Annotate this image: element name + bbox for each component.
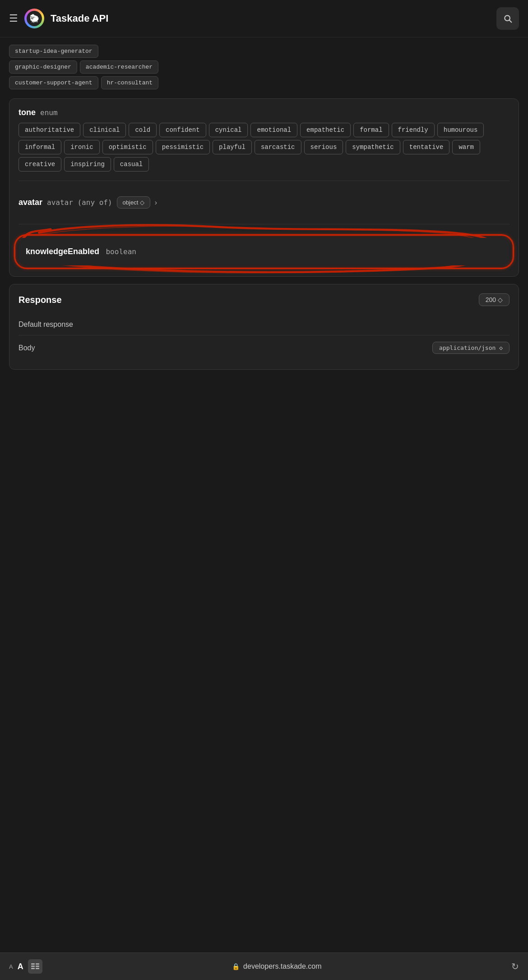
- knowledge-field-name: knowledgeEnabled: [26, 247, 99, 256]
- chevron-right-icon[interactable]: ›: [155, 199, 157, 207]
- svg-line-1: [509, 20, 512, 23]
- font-small-label[interactable]: A: [9, 963, 13, 970]
- response-title: Response: [19, 295, 62, 305]
- tone-enum-tags: authoritative clinical cold confident cy…: [19, 123, 509, 172]
- response-body-label: Body: [19, 344, 35, 352]
- font-large-label[interactable]: A: [18, 962, 23, 971]
- tone-field-row: tone enum authoritative clinical cold co…: [19, 108, 509, 172]
- tag-academic[interactable]: academic-researcher: [80, 60, 158, 74]
- font-controls: A A: [9, 959, 42, 974]
- response-header: Response 200 ◇: [19, 293, 509, 306]
- header-left: ☰ 🐑 Taskade API: [9, 9, 108, 28]
- svg-rect-3: [36, 963, 39, 965]
- logo-emoji: 🐑: [29, 14, 39, 23]
- header: ☰ 🐑 Taskade API: [0, 0, 528, 37]
- url-text: developers.taskade.com: [243, 962, 321, 971]
- tag-graphic[interactable]: graphic-designer: [9, 60, 77, 74]
- enum-tentative[interactable]: tentative: [403, 140, 450, 154]
- enum-serious[interactable]: serious: [304, 140, 343, 154]
- enum-cynical[interactable]: cynical: [209, 123, 248, 137]
- enum-creative[interactable]: creative: [19, 157, 61, 172]
- svg-rect-6: [31, 968, 35, 969]
- enum-emotional[interactable]: emotional: [250, 123, 297, 137]
- schema-section: tone enum authoritative clinical cold co…: [9, 98, 519, 277]
- enum-pessimistic[interactable]: pessimistic: [156, 140, 210, 154]
- enum-friendly[interactable]: friendly: [392, 123, 435, 137]
- knowledge-field-container: knowledgeEnabled boolean: [19, 233, 509, 267]
- main-content: startup-idea-generator graphic-designer …: [0, 37, 528, 383]
- tag-hr[interactable]: hr-consultant: [101, 76, 158, 89]
- avatar-field-row: avatar avatar (any of) object ◇ ›: [19, 190, 509, 215]
- url-section: 🔒 developers.taskade.com: [42, 962, 511, 971]
- tags-row-1: startup-idea-generator: [9, 45, 519, 58]
- reader-mode-icon[interactable]: [28, 959, 42, 974]
- enum-authoritative[interactable]: authoritative: [19, 123, 80, 137]
- avatar-field-desc: avatar (any of): [47, 198, 112, 207]
- tone-field-name: tone: [19, 108, 36, 117]
- tags-row-2: graphic-designer academic-researcher: [9, 60, 519, 74]
- enum-humourous[interactable]: humourous: [437, 123, 484, 137]
- enum-sympathetic[interactable]: sympathetic: [346, 140, 400, 154]
- enum-cold[interactable]: cold: [129, 123, 157, 137]
- tone-field-type: enum: [40, 108, 58, 117]
- search-button[interactable]: [496, 7, 519, 30]
- status-badge[interactable]: 200 ◇: [479, 293, 509, 306]
- logo: 🐑: [24, 9, 44, 28]
- search-icon: [503, 14, 512, 23]
- tag-customer[interactable]: customer-support-agent: [9, 76, 98, 89]
- enum-warm[interactable]: warm: [452, 140, 480, 154]
- divider-2: [19, 224, 509, 224]
- knowledge-field-type: boolean: [106, 247, 136, 256]
- enum-ironic[interactable]: ironic: [64, 140, 99, 154]
- enum-formal[interactable]: formal: [353, 123, 389, 137]
- response-body-row: Body application/json ◇: [19, 335, 509, 360]
- knowledge-field-row: knowledgeEnabled boolean: [19, 238, 509, 265]
- enum-casual[interactable]: casual: [114, 157, 149, 172]
- divider-1: [19, 181, 509, 181]
- enum-empathetic[interactable]: empathetic: [300, 123, 351, 137]
- top-tags-section: startup-idea-generator graphic-designer …: [9, 37, 519, 89]
- tags-row-3: customer-support-agent hr-consultant: [9, 76, 519, 89]
- lock-icon: 🔒: [232, 963, 240, 970]
- enum-clinical[interactable]: clinical: [83, 123, 126, 137]
- avatar-field-name: avatar: [19, 198, 42, 207]
- tag-startup[interactable]: startup-idea-generator: [9, 45, 98, 58]
- svg-rect-4: [31, 966, 35, 967]
- enum-playful[interactable]: playful: [213, 140, 252, 154]
- enum-optimistic[interactable]: optimistic: [102, 140, 153, 154]
- enum-sarcastic[interactable]: sarcastic: [255, 140, 301, 154]
- tone-field-label: tone enum: [19, 108, 509, 117]
- svg-rect-7: [36, 968, 39, 969]
- header-title: Taskade API: [51, 13, 108, 24]
- content-type-badge[interactable]: application/json ◇: [432, 342, 509, 354]
- svg-rect-5: [36, 966, 39, 967]
- enum-inspiring[interactable]: inspiring: [64, 157, 111, 172]
- enum-informal[interactable]: informal: [19, 140, 61, 154]
- logo-inner: 🐑: [27, 11, 42, 26]
- enum-confident[interactable]: confident: [159, 123, 206, 137]
- reload-button[interactable]: ↻: [511, 961, 519, 972]
- default-response-label: Default response: [19, 320, 73, 328]
- hamburger-icon[interactable]: ☰: [9, 13, 18, 24]
- response-section: Response 200 ◇ Default response Body app…: [9, 284, 519, 370]
- default-response-row: Default response: [19, 314, 509, 335]
- object-badge[interactable]: object ◇: [117, 196, 150, 209]
- svg-rect-2: [31, 963, 35, 965]
- bottom-bar: A A 🔒 developers.taskade.com ↻: [0, 952, 528, 980]
